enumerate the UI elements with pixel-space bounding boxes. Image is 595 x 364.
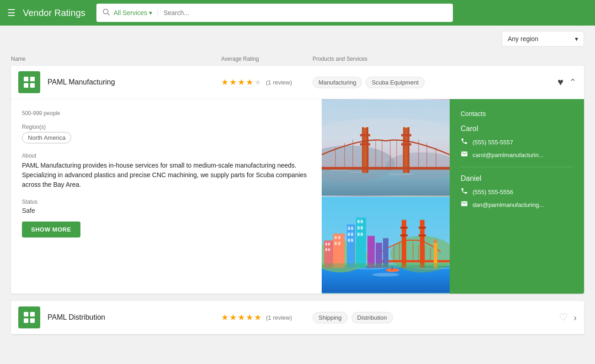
vendor-rating: ★★★★★ (1 review) bbox=[221, 77, 313, 87]
svg-rect-82 bbox=[322, 264, 450, 268]
vendor-tags-2: Shipping Distribution bbox=[313, 312, 559, 323]
svg-rect-2 bbox=[24, 77, 28, 81]
table-header: Name Average Rating Products and Service… bbox=[0, 52, 595, 66]
svg-rect-50 bbox=[348, 227, 350, 230]
svg-point-0 bbox=[103, 9, 108, 14]
regions-label: Region(s) bbox=[22, 124, 311, 130]
svg-rect-69 bbox=[381, 260, 450, 263]
service-label: All Services bbox=[114, 9, 147, 16]
region-dropdown-icon: ▾ bbox=[575, 35, 578, 42]
show-more-button[interactable]: SHOW MORE bbox=[22, 222, 80, 237]
svg-rect-5 bbox=[30, 83, 35, 88]
svg-point-85 bbox=[372, 273, 399, 277]
vendor-card-paml-manufacturing: PAML Manufacturing ★★★★★ (1 review) Manu… bbox=[11, 66, 584, 294]
svg-rect-52 bbox=[348, 233, 350, 236]
daniel-phone-number: (555) 555-5556 bbox=[473, 189, 513, 195]
svg-rect-17 bbox=[322, 167, 450, 170]
region-selector[interactable]: Any region ▾ bbox=[502, 31, 584, 47]
tag-scuba: Scuba Equipment bbox=[366, 77, 425, 88]
service-selector[interactable]: All Services ▾ bbox=[114, 9, 158, 16]
svg-rect-84 bbox=[392, 267, 393, 270]
svg-rect-60 bbox=[361, 227, 363, 230]
about-label: About bbox=[22, 153, 311, 159]
svg-rect-47 bbox=[335, 242, 337, 245]
favorite-button[interactable]: ♥ bbox=[558, 76, 563, 88]
status-value: Safe bbox=[22, 207, 311, 214]
tag-distribution: Distribution bbox=[351, 312, 393, 323]
svg-point-34 bbox=[406, 127, 407, 128]
review-count-2: (1 review) bbox=[266, 314, 292, 321]
search-icon bbox=[102, 8, 110, 18]
filter-bar: Any region ▾ bbox=[0, 26, 595, 52]
svg-rect-13 bbox=[360, 134, 370, 137]
vendor-actions: ♥ ⌃ bbox=[558, 76, 577, 88]
svg-rect-45 bbox=[335, 236, 337, 239]
favorite-button-2[interactable]: ♡ bbox=[559, 311, 568, 323]
svg-rect-14 bbox=[360, 143, 370, 146]
svg-rect-88 bbox=[24, 318, 28, 323]
svg-point-33 bbox=[365, 127, 366, 128]
contact-carol-name: Carol bbox=[461, 125, 573, 133]
vendor-actions-2: ♡ › bbox=[559, 311, 577, 323]
status-label: Status bbox=[22, 199, 311, 205]
svg-rect-30 bbox=[331, 170, 349, 171]
vendor-card-header-2: PAML Distribution ★★★★★ (1 review) Shipp… bbox=[11, 301, 584, 334]
contact-carol-email: carol@pamlmanufacturin... bbox=[461, 150, 573, 159]
vendor-card-paml-distribution: PAML Distribution ★★★★★ (1 review) Shipp… bbox=[11, 301, 584, 334]
collapse-button[interactable]: ⌃ bbox=[569, 77, 577, 88]
service-dropdown-icon: ▾ bbox=[149, 9, 152, 16]
svg-rect-86 bbox=[24, 312, 28, 317]
vendor-logo bbox=[18, 71, 40, 93]
svg-rect-41 bbox=[328, 243, 330, 246]
about-text: PAML Manufacturing provides in-house ser… bbox=[22, 161, 311, 190]
contacts-title: Contacts bbox=[461, 110, 573, 117]
svg-rect-65 bbox=[400, 227, 408, 229]
svg-rect-48 bbox=[338, 242, 340, 245]
svg-rect-62 bbox=[361, 233, 363, 236]
tag-manufacturing: Manufacturing bbox=[313, 77, 362, 88]
svg-rect-46 bbox=[338, 236, 340, 239]
email-icon-2 bbox=[461, 200, 468, 209]
vendor-image-bottom bbox=[322, 196, 450, 294]
expand-button-2[interactable]: › bbox=[574, 312, 577, 323]
col-rating-header: Average Rating bbox=[221, 56, 313, 62]
region-label: Any region bbox=[508, 35, 538, 42]
svg-rect-61 bbox=[357, 233, 360, 236]
rating-stars: ★★★★★ bbox=[221, 77, 262, 87]
phone-icon bbox=[461, 137, 468, 147]
svg-rect-49 bbox=[347, 225, 355, 268]
search-bar: All Services ▾ bbox=[96, 4, 453, 22]
svg-rect-87 bbox=[30, 312, 35, 317]
svg-rect-67 bbox=[419, 227, 426, 229]
vendor-image-top bbox=[322, 99, 450, 196]
svg-rect-59 bbox=[357, 227, 360, 230]
vendor-contacts: Contacts Carol (555) 555-5557 carol@paml… bbox=[450, 99, 584, 294]
app-title: Vendor Ratings bbox=[23, 8, 85, 18]
search-input[interactable] bbox=[164, 9, 447, 16]
svg-line-1 bbox=[107, 13, 109, 15]
daniel-email-address: dan@pamlmanufacturing... bbox=[473, 201, 544, 208]
svg-rect-68 bbox=[419, 235, 426, 237]
svg-rect-53 bbox=[351, 233, 353, 236]
vendor-rating-2: ★★★★★ (1 review) bbox=[221, 312, 313, 322]
review-count: (1 review) bbox=[266, 79, 292, 86]
vendor-tags: Manufacturing Scuba Equipment bbox=[313, 77, 558, 88]
contact-daniel-name: Daniel bbox=[461, 174, 573, 183]
svg-rect-66 bbox=[400, 235, 408, 237]
carol-phone-number: (555) 555-5557 bbox=[473, 139, 513, 146]
svg-rect-42 bbox=[325, 248, 327, 251]
rating-stars-2: ★★★★★ bbox=[221, 312, 262, 322]
employee-count-label: 500-999 people bbox=[22, 110, 311, 116]
vendor-name: PAML Manufacturing bbox=[48, 78, 221, 86]
svg-rect-77 bbox=[367, 236, 375, 268]
col-services-header: Products and Services bbox=[313, 56, 584, 62]
svg-rect-55 bbox=[351, 239, 353, 242]
menu-icon[interactable]: ☰ bbox=[7, 7, 16, 18]
vendor-images bbox=[322, 99, 450, 294]
vendor-card-header: PAML Manufacturing ★★★★★ (1 review) Manu… bbox=[11, 66, 584, 99]
svg-rect-51 bbox=[351, 227, 353, 230]
vendor-body: 500-999 people Region(s) North America A… bbox=[11, 99, 584, 294]
phone-icon-2 bbox=[461, 187, 468, 196]
svg-rect-16 bbox=[401, 143, 411, 146]
app-header: ☰ Vendor Ratings All Services ▾ bbox=[0, 0, 595, 26]
